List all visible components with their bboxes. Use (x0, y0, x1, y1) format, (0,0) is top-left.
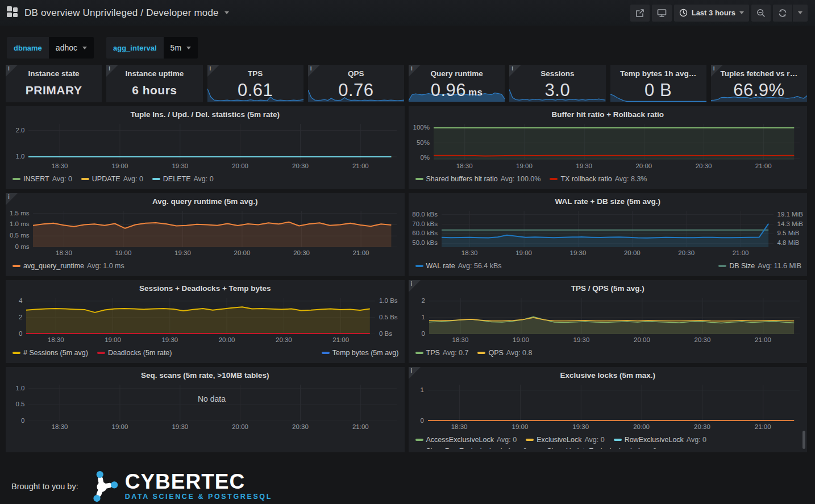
chart-title[interactable]: Exclusive locks (5m max.) (409, 367, 808, 382)
legend-item[interactable]: RowExclusiveLockAvg: 0 (614, 434, 706, 445)
y-tick-label-right: 4.8 MiB (777, 239, 800, 246)
x-tick-label: 21:00 (750, 336, 776, 343)
chart-plot-area (28, 124, 397, 160)
stat-panel-qps: iQPS0.76 (308, 65, 404, 102)
panel-info-icon[interactable]: i (409, 367, 421, 379)
panel-info-icon[interactable]: i (409, 280, 421, 292)
share-icon (635, 9, 644, 18)
legend-swatch (477, 352, 485, 354)
cybertec-logo: CYBERTEC DATA SCIENCE & POSTGRESQL (86, 470, 272, 502)
chart-title[interactable]: Buffer hit ratio + Rollback ratio (409, 106, 808, 122)
stat-title[interactable]: QPS (308, 65, 404, 78)
brand-name: CYBERTEC (125, 472, 272, 491)
x-tick-label: 18:30 (446, 423, 472, 430)
stat-value-text: PRIMARY (26, 84, 82, 97)
grafana-apps-icon[interactable] (7, 6, 19, 20)
legend-swatch (415, 439, 423, 441)
kiosk-mode-button[interactable] (652, 5, 672, 22)
share-button[interactable] (630, 5, 650, 22)
chart-legend: Shared buffers hit ratioAvg: 100.0%TX ro… (415, 173, 802, 185)
chart-title[interactable]: Tuple Ins. / Upd. / Del. statistics (5m … (6, 106, 405, 122)
legend-item[interactable]: # Sessions (5m avg) (13, 347, 88, 359)
refresh-interval-button[interactable] (793, 5, 808, 22)
legend-item[interactable]: ShareRowExclusiveLockAvg: 0 (415, 445, 527, 449)
chart-plot-area (442, 211, 774, 247)
legend-label: TX rollback ratio (560, 173, 612, 185)
chart-title[interactable]: Seq. scans (5m rate, >10MB tables) (6, 367, 405, 382)
variable-agg_interval[interactable]: agg_interval5m (106, 37, 198, 59)
panel-info-icon[interactable]: i (6, 193, 18, 205)
tv-kiosk-icon (657, 9, 667, 18)
time-range-picker[interactable]: Last 3 hours (674, 5, 749, 22)
legend-value: Avg: 0 (497, 434, 517, 445)
legend-value: Avg: 0.7 (443, 347, 469, 359)
refresh-button[interactable] (773, 5, 792, 22)
cybertec-molecule-icon (86, 470, 119, 502)
x-tick-label: 19:00 (508, 336, 534, 343)
variable-value-dropdown[interactable]: 5m (164, 37, 198, 59)
chart-title[interactable]: TPS / QPS (5m avg.) (409, 280, 808, 295)
stat-value-text: 0.76 (338, 80, 373, 101)
legend-scrollbar[interactable] (802, 431, 805, 449)
x-tick-label: 21:00 (328, 336, 354, 343)
x-tick-label: 18:30 (451, 163, 477, 169)
chevron-down-icon[interactable] (224, 11, 229, 14)
legend-label: Shared buffers hit ratio (426, 173, 498, 185)
stat-title[interactable]: Sessions (509, 65, 605, 78)
y-tick-label-right: 19.1 MiB (777, 211, 803, 218)
panel-info-icon[interactable]: i (509, 65, 521, 77)
panel-info-icon[interactable]: i (409, 65, 421, 77)
panel-info-icon[interactable]: i (6, 65, 18, 77)
variable-dbname[interactable]: dbnameadhoc (7, 37, 94, 59)
panel-info-icon[interactable]: i (711, 65, 723, 77)
chevron-down-icon (82, 47, 87, 49)
chart-title[interactable]: Avg. query runtime (5m avg.) (6, 193, 405, 209)
stat-title[interactable]: Instance state (6, 65, 102, 78)
chart-title[interactable]: Sessions + Deadlocks + Temp bytes (6, 280, 405, 295)
chart-title[interactable]: WAL rate + DB size (5m avg.) (409, 193, 808, 209)
panel-info-icon[interactable]: i (207, 65, 219, 77)
legend-item[interactable]: DELETEAvg: 0 (152, 173, 214, 185)
legend-item[interactable]: avg_query_runtimeAvg: 1.0 ms (13, 260, 124, 272)
panel-info-icon[interactable]: i (106, 65, 118, 77)
x-tick-label: 18:30 (447, 336, 473, 343)
legend-item[interactable]: Temp bytes (5m avg) (322, 347, 399, 359)
legend-item[interactable]: QPSAvg: 0.8 (477, 347, 532, 359)
x-tick-label: 21:00 (347, 163, 373, 169)
stat-panel-tps: iTPS0.61 (207, 65, 303, 102)
stat-unit: ms (468, 87, 483, 98)
legend-item[interactable]: AccessExclusiveLockAvg: 0 (415, 434, 517, 445)
legend-item[interactable]: TX rollback ratioAvg: 8.3% (550, 173, 647, 185)
dashboard-title[interactable]: DB overview Unprivileged / Developer mod… (24, 7, 219, 19)
legend-item[interactable]: INSERTAvg: 0 (13, 173, 72, 185)
stat-title[interactable]: Temp bytes 1h avg… (610, 65, 706, 78)
panel-info-icon[interactable]: i (308, 65, 320, 77)
stat-panel-temp-bytes-1h-avg-: Temp bytes 1h avg…0 B (610, 65, 706, 102)
legend-label: Deadlocks (5m rate) (108, 347, 172, 359)
x-tick-label: 20:00 (629, 336, 655, 343)
y-tick-label: 0% (409, 154, 430, 161)
legend-item[interactable]: UPDATEAvg: 0 (81, 173, 143, 185)
x-tick-label: 20:00 (229, 249, 255, 256)
legend-swatch (614, 439, 622, 441)
stat-value-text: 0.96 (431, 80, 466, 101)
variable-value-dropdown[interactable]: adhoc (49, 37, 94, 59)
stat-title[interactable]: Instance uptime (106, 65, 202, 78)
legend-item[interactable]: ShareUpdateExclusiveLockAvg: 0 (536, 445, 656, 449)
legend-value: Avg: 1.0 ms (87, 260, 124, 272)
x-tick-label: 20:30 (689, 423, 715, 430)
legend-item[interactable]: WAL rateAvg: 56.4 kBs (415, 260, 502, 272)
legend-item[interactable]: Shared buffers hit ratioAvg: 100.0% (415, 173, 541, 185)
zoom-out-button[interactable] (751, 5, 771, 22)
x-tick-label: 19:30 (167, 163, 193, 169)
clock-icon (679, 9, 688, 17)
y-tick-label: 1.0 (7, 385, 25, 391)
stat-title[interactable]: TPS (207, 65, 303, 78)
stat-title[interactable]: Query runtime (409, 65, 505, 78)
stat-title[interactable]: Tuples fetched vs r… (711, 65, 807, 78)
legend-item[interactable]: Deadlocks (5m rate) (97, 347, 172, 359)
legend-item[interactable]: ExclusiveLockAvg: 0 (526, 434, 604, 445)
legend-item[interactable]: TPSAvg: 0.7 (415, 347, 469, 359)
legend-item[interactable]: DB SizeAvg: 11.6 MiB (718, 260, 801, 272)
legend-swatch (718, 265, 726, 267)
